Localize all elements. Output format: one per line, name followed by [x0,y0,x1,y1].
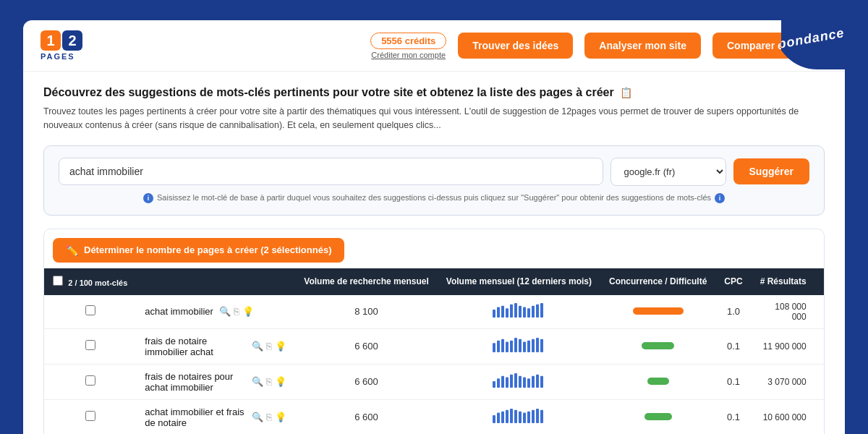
svg-rect-21 [532,339,535,352]
volume-cell-1: 6 600 [295,328,438,364]
row-checkbox-1[interactable] [85,340,95,350]
copy-kw-icon-3[interactable]: ⎘ [266,412,272,422]
svg-rect-44 [527,412,530,423]
search-input[interactable] [59,158,603,185]
svg-rect-46 [536,409,539,423]
monthly-cell-3 [438,399,600,434]
svg-rect-32 [527,378,530,388]
svg-rect-4 [510,305,513,318]
results-cell-1: 11 900 000 [752,328,815,364]
svg-rect-34 [536,375,539,388]
bulb-kw-icon-2[interactable]: 💡 [275,376,286,387]
search-kw-icon-3[interactable]: 🔍 [252,412,263,422]
results-cell-0: 108 000 000 [752,295,815,329]
svg-rect-26 [501,376,504,388]
concurrence-cell-1 [600,328,715,364]
d-cell-0: N [815,295,825,329]
header: 1 2 PAGES 5556 crédits Créditer mon comp… [23,20,845,72]
svg-rect-1 [497,307,500,318]
search-area: google.fr (fr) google.com (us) Suggérer … [43,145,825,216]
btn-trouver-idees[interactable]: Trouver des idées [458,33,573,59]
table-row: frais de notaire immobilier achat 🔍 ⎘ 💡 … [44,328,825,364]
count-label: 2 / 100 mot-clés [68,278,127,287]
volume-cell-3: 6 600 [295,399,438,434]
svg-rect-11 [540,303,543,318]
svg-rect-38 [501,412,504,423]
main-card: 1 2 PAGES 5556 crédits Créditer mon comp… [23,20,845,434]
svg-rect-15 [506,341,509,352]
table-row: achat immobilier et frais de notaire 🔍 ⎘… [44,399,825,434]
cpc-cell-2: 0.1 [715,364,751,399]
svg-rect-42 [519,412,522,423]
svg-rect-45 [532,410,535,423]
search-hint: i Saisissez le mot-clé de base à partir … [59,193,809,203]
logo-num1: 1 [41,30,61,51]
row-checkbox-3[interactable] [85,411,95,421]
page-desc: Trouvez toutes les pages pertinents à cr… [43,105,825,132]
col-d-header: d'i [815,268,825,295]
credits-badge: 5556 crédits [370,33,446,49]
search-kw-icon-1[interactable]: 🔍 [252,341,263,352]
copy-icon: 📋 [620,87,632,98]
page-title: Découvrez des suggestions de mots-clés p… [43,86,825,99]
svg-rect-10 [536,305,539,318]
svg-rect-3 [506,308,509,318]
svg-rect-37 [497,412,500,423]
cpc-cell-1: 0.1 [715,328,751,364]
svg-rect-47 [540,410,543,423]
col-checkbox: 2 / 100 mot-clés [44,268,136,295]
row-checkbox-2[interactable] [85,375,95,386]
svg-rect-13 [497,341,500,352]
determine-button[interactable]: ✏️ Déterminer le nombre de pages à créer… [53,238,344,263]
monthly-cell-2 [438,364,600,399]
crediter-link[interactable]: Créditer mon compte [371,51,446,59]
btn-comparer-bulk[interactable]: Comparer en bulk [712,33,827,59]
copy-kw-icon-1[interactable]: ⎘ [266,341,272,352]
svg-rect-30 [519,376,522,388]
svg-rect-24 [493,381,495,388]
svg-rect-31 [523,377,526,388]
btn-analyser-site[interactable]: Analyser mon site [584,33,701,59]
suggest-button[interactable]: Suggérer [733,158,809,184]
svg-rect-16 [510,341,513,352]
table-row: frais de notaires pour achat immobilier … [44,364,825,399]
concurrence-cell-0 [600,295,715,329]
col-concurrence-header: Concurrence / Difficulté [600,268,715,295]
d-cell-3: N [815,399,825,434]
svg-rect-7 [523,307,526,318]
row-checkbox-0[interactable] [85,305,95,315]
bulb-kw-icon-0[interactable]: 💡 [242,306,254,317]
svg-rect-25 [497,378,500,388]
keywords-table: 2 / 100 mot-clés Volume de recherche men… [44,268,825,435]
row-checkbox-cell [44,399,136,434]
svg-rect-29 [514,373,517,388]
keyword-text-2: frais de notaires pour achat immobilier [145,371,246,393]
svg-rect-35 [540,376,543,388]
monthly-cell-0 [438,295,600,329]
keyword-cell-1: frais de notaire immobilier achat 🔍 ⎘ 💡 [136,328,295,364]
svg-rect-20 [527,341,530,352]
d-cell-1: N [815,328,825,364]
search-kw-icon-0[interactable]: 🔍 [219,306,231,317]
credits-block: 5556 crédits Créditer mon compte [370,33,446,59]
svg-rect-5 [514,303,517,318]
select-all-checkbox[interactable] [53,276,63,286]
engine-select[interactable]: google.fr (fr) google.com (us) [610,158,726,186]
svg-rect-43 [523,412,526,423]
bulb-kw-icon-3[interactable]: 💡 [275,412,286,422]
svg-rect-8 [527,308,530,318]
copy-kw-icon-2[interactable]: ⎘ [266,376,272,387]
svg-rect-6 [519,306,522,318]
copy-kw-icon-0[interactable]: ⎘ [234,306,239,317]
volume-cell-2: 6 600 [295,364,438,399]
row-checkbox-cell [44,364,136,399]
row-checkbox-cell [44,328,136,364]
table-row: achat immobilier 🔍 ⎘ 💡 8 100 1.0 108 000… [44,295,825,329]
svg-rect-17 [514,338,517,352]
concurrence-cell-3 [600,399,715,434]
svg-rect-0 [493,310,495,318]
col-results-header: # Résultats [752,268,815,295]
search-kw-icon-2[interactable]: 🔍 [252,376,263,387]
bulb-kw-icon-1[interactable]: 💡 [275,341,286,352]
volume-cell-0: 8 100 [295,295,438,329]
